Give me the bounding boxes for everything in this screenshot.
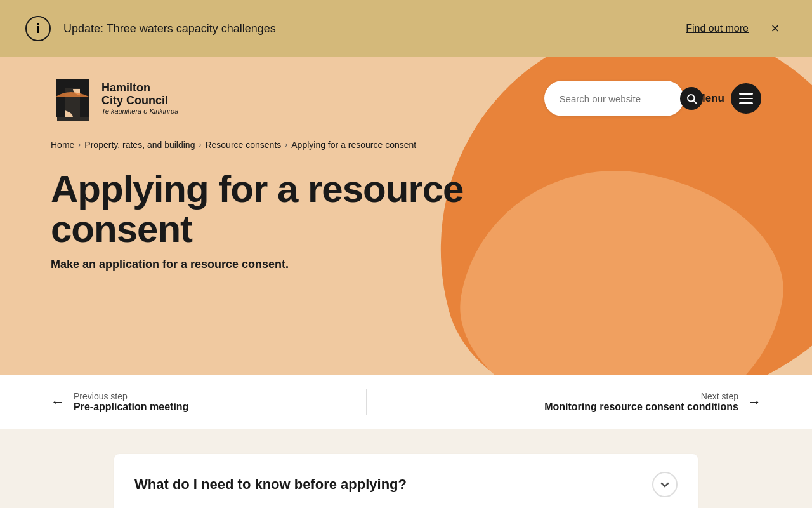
- left-arrow-icon: ←: [51, 394, 65, 410]
- step-navigation: ← Previous step Pre-application meeting …: [0, 375, 812, 429]
- page-title: Applying for a resource consent: [51, 169, 495, 249]
- hamburger-line-1: [739, 93, 753, 95]
- previous-step[interactable]: ← Previous step Pre-application meeting: [51, 391, 188, 413]
- menu-label: Menu: [697, 92, 724, 105]
- find-out-more-link[interactable]: Find out more: [686, 23, 749, 34]
- content-section: What do I need to know before applying?: [0, 429, 812, 508]
- accordion-title: What do I need to know before applying?: [134, 476, 407, 493]
- info-icon: i: [25, 16, 51, 41]
- hero-section: HamiltonCity Council Te kaunihera o Kiri…: [0, 57, 812, 375]
- search-input[interactable]: [560, 93, 680, 104]
- right-arrow-icon: →: [747, 394, 761, 410]
- logo-tagline: Te kaunihera o Kirikiriroa: [102, 107, 178, 115]
- step-divider: [366, 389, 367, 415]
- next-step-info: Next step Monitoring resource consent co…: [544, 391, 738, 413]
- header-right: Menu: [544, 81, 761, 116]
- hamburger-lines: [739, 93, 753, 104]
- breadcrumb-sep-3: ›: [285, 140, 287, 149]
- notification-banner: i Update: Three waters capacity challeng…: [0, 0, 812, 57]
- logo-name: HamiltonCity Council: [102, 82, 178, 107]
- next-step-label: Next step: [544, 391, 738, 401]
- breadcrumb: Home › Property, rates, and building › R…: [0, 140, 812, 150]
- header-nav: HamiltonCity Council Te kaunihera o Kiri…: [0, 57, 812, 140]
- breadcrumb-sep-2: ›: [199, 140, 201, 149]
- breadcrumb-sep-1: ›: [78, 140, 81, 149]
- breadcrumb-property[interactable]: Property, rates, and building: [84, 140, 195, 150]
- previous-step-label: Previous step: [74, 391, 188, 401]
- next-step[interactable]: Next step Monitoring resource consent co…: [544, 391, 761, 413]
- page-subtitle: Make an application for a resource conse…: [51, 258, 761, 271]
- hamburger-line-3: [739, 102, 753, 104]
- hamburger-line-2: [739, 98, 753, 100]
- previous-step-info: Previous step Pre-application meeting: [74, 391, 188, 413]
- logo[interactable]: HamiltonCity Council Te kaunihera o Kiri…: [51, 76, 178, 121]
- accordion-item[interactable]: What do I need to know before applying?: [114, 454, 698, 508]
- svg-rect-3: [80, 79, 89, 117]
- search-box: [544, 81, 684, 116]
- menu-button[interactable]: Menu: [697, 83, 761, 114]
- close-button[interactable]: ×: [764, 17, 787, 40]
- notification-text: Update: Three waters capacity challenges: [63, 22, 276, 36]
- breadcrumb-home[interactable]: Home: [51, 140, 74, 150]
- breadcrumb-current: Applying for a resource consent: [291, 140, 416, 150]
- hamburger-icon: [731, 83, 761, 114]
- logo-mark: HamiltonCity Council Te kaunihera o Kiri…: [51, 76, 178, 121]
- previous-step-name: Pre-application meeting: [74, 401, 188, 413]
- next-step-name: Monitoring resource consent conditions: [544, 401, 738, 413]
- page-title-section: Applying for a resource consent Make an …: [0, 150, 812, 284]
- svg-line-5: [693, 100, 696, 103]
- accordion-expand-icon: [652, 472, 678, 497]
- breadcrumb-resource-consents[interactable]: Resource consents: [205, 140, 281, 150]
- logo-text: HamiltonCity Council Te kaunihera o Kiri…: [102, 82, 178, 115]
